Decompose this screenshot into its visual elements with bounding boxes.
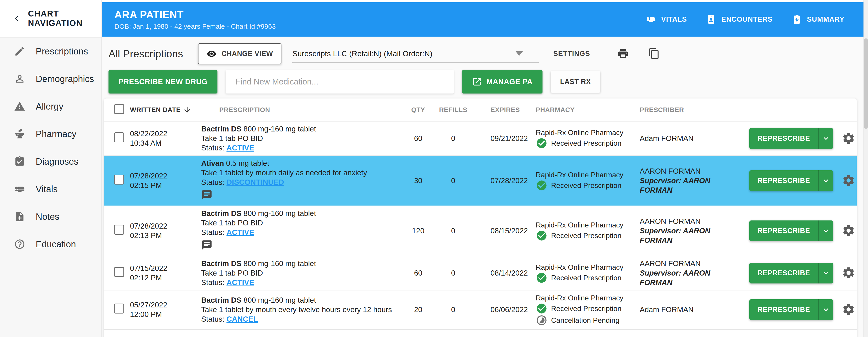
back-chevron-icon[interactable] bbox=[13, 14, 20, 23]
prescriber-name: AARON FORMAN bbox=[640, 259, 745, 268]
row-checkbox[interactable] bbox=[114, 225, 124, 235]
encounters-button[interactable]: ENCOUNTERS bbox=[706, 14, 773, 25]
vitals-button[interactable]: VITALS bbox=[646, 14, 687, 25]
sig-text: Take 1 tab PO BID bbox=[201, 268, 402, 278]
page-title: All Prescriptions bbox=[108, 48, 183, 60]
header-actions: VITALS ENCOUNTERS SUMMARY bbox=[646, 14, 851, 25]
comment-icon[interactable] bbox=[201, 189, 213, 201]
sig-text: Take 1 tablet by mouth daily as needed f… bbox=[201, 168, 402, 177]
pharmacy-filter-value: Surescripts LLC (Retail:N) (Mail Order:N… bbox=[292, 49, 432, 58]
sidebar-item-label: Notes bbox=[36, 212, 59, 222]
prescriber-cell: Adam FORMAN bbox=[640, 134, 745, 143]
settings-button[interactable]: SETTINGS bbox=[553, 50, 590, 58]
change-view-button[interactable]: CHANGE VIEW bbox=[198, 43, 282, 64]
row-checkbox[interactable] bbox=[114, 267, 124, 277]
prescriber-supervisor: Supervisor: AARON FORMAN bbox=[640, 268, 745, 287]
sidebar-item-demographics[interactable]: Demographics bbox=[0, 65, 101, 93]
chart-navigation-sidebar: CHART NAVIGATION Prescriptions Demograph… bbox=[0, 0, 102, 337]
patient-header: ARA PATIENT DOB: Jan 1, 1980 - 42 years … bbox=[102, 2, 864, 37]
qty-value: 60 bbox=[402, 134, 434, 143]
represcribe-label: REPRESCRIBE bbox=[749, 170, 818, 191]
row-checkbox[interactable] bbox=[114, 304, 124, 313]
written-date-cell: 07/15/2022 02:12 PM bbox=[130, 264, 201, 282]
comment-icon[interactable] bbox=[201, 239, 213, 251]
page-scrollbar[interactable] bbox=[864, 0, 868, 337]
pharmacy-filter-select[interactable]: Surescripts LLC (Retail:N) (Mail Order:N… bbox=[292, 45, 539, 63]
open-in-new-icon bbox=[472, 77, 482, 87]
pharmacy-status: Received Prescription bbox=[551, 273, 621, 282]
cancellation-label: Cancellation Pending bbox=[551, 315, 619, 325]
last-rx-button[interactable]: LAST RX bbox=[551, 71, 600, 93]
manage-pa-button[interactable]: MANAGE PA bbox=[462, 70, 542, 94]
represcribe-dropdown[interactable] bbox=[818, 170, 833, 191]
row-settings-button[interactable] bbox=[842, 131, 855, 146]
row-settings-button[interactable] bbox=[842, 303, 855, 317]
sidebar-item-allergy[interactable]: Allergy bbox=[0, 93, 101, 120]
sidebar-item-notes[interactable]: Notes bbox=[0, 203, 101, 230]
column-prescriber: PRESCRIBER bbox=[640, 106, 745, 113]
status-label: Status: bbox=[201, 278, 224, 287]
next-page-button[interactable] bbox=[828, 335, 839, 337]
scrollbar-thumb[interactable] bbox=[864, 38, 868, 129]
status-link[interactable]: CANCEL bbox=[226, 315, 258, 323]
check-circle-icon bbox=[536, 179, 548, 191]
represcribe-dropdown[interactable] bbox=[818, 263, 833, 283]
status-link[interactable]: ACTIVE bbox=[226, 278, 254, 287]
table-row[interactable]: 07/15/2022 02:12 PM Bactrim DS 800 mg-16… bbox=[104, 256, 857, 291]
prescriptions-toolbar: All Prescriptions CHANGE VIEW Surescript… bbox=[108, 43, 857, 64]
medication-actions-bar: PRESCRIBE NEW DRUG MANAGE PA LAST RX bbox=[108, 70, 857, 94]
gear-icon bbox=[842, 131, 855, 145]
represcribe-dropdown[interactable] bbox=[818, 221, 833, 241]
row-checkbox[interactable] bbox=[114, 175, 124, 184]
column-refills: REFILLS bbox=[434, 106, 472, 113]
status-link[interactable]: ACTIVE bbox=[226, 228, 254, 236]
sig-text: Take 1 tablet by mouth every twelve hour… bbox=[201, 305, 402, 314]
sidebar-item-label: Vitals bbox=[36, 184, 58, 194]
sidebar-item-diagnoses[interactable]: Diagnoses bbox=[0, 148, 101, 175]
copy-button[interactable] bbox=[648, 48, 660, 60]
prescriptions-content: All Prescriptions CHANGE VIEW Surescript… bbox=[102, 37, 864, 337]
written-date: 05/27/2022 bbox=[130, 300, 201, 310]
represcribe-split-button[interactable]: REPRESCRIBE bbox=[749, 170, 833, 191]
sig-text: Take 1 tab PO BID bbox=[201, 218, 402, 228]
expires-value: 07/28/2022 bbox=[472, 176, 536, 186]
represcribe-split-button[interactable]: REPRESCRIBE bbox=[749, 263, 833, 283]
print-button[interactable] bbox=[617, 48, 629, 60]
sidebar-item-education[interactable]: Education bbox=[0, 230, 101, 258]
column-written-date[interactable]: WRITTEN DATE bbox=[130, 105, 201, 114]
row-settings-button[interactable] bbox=[842, 266, 855, 280]
represcribe-split-button[interactable]: REPRESCRIBE bbox=[749, 221, 833, 241]
manage-pa-label: MANAGE PA bbox=[487, 77, 532, 86]
find-medication-input[interactable] bbox=[225, 70, 454, 94]
sidebar-item-pharmacy[interactable]: Pharmacy bbox=[0, 120, 101, 148]
represcribe-dropdown[interactable] bbox=[818, 128, 833, 149]
table-row[interactable]: 07/28/2022 02:15 PM Ativan 0.5 mg tablet… bbox=[104, 156, 857, 206]
prescribe-new-drug-button[interactable]: PRESCRIBE NEW DRUG bbox=[108, 70, 217, 94]
represcribe-split-button[interactable]: REPRESCRIBE bbox=[749, 299, 833, 320]
warning-icon bbox=[14, 101, 25, 112]
pharmacy-cell: Rapid-Rx Online Pharmacy Received Prescr… bbox=[536, 263, 640, 284]
table-row[interactable]: 08/22/2022 10:34 AM Bactrim DS 800 mg-16… bbox=[104, 122, 857, 156]
status-label: Status: bbox=[201, 144, 224, 152]
row-settings-button[interactable] bbox=[842, 224, 855, 238]
select-all-checkbox[interactable] bbox=[114, 104, 124, 114]
check-circle-icon bbox=[536, 137, 548, 149]
pharmacy-cell: Rapid-Rx Online Pharmacy Received Prescr… bbox=[536, 170, 640, 191]
status-link[interactable]: DISCONTINUED bbox=[226, 178, 284, 187]
previous-page-button[interactable] bbox=[791, 335, 802, 337]
sidebar-item-vitals[interactable]: Vitals bbox=[0, 175, 101, 203]
status-link[interactable]: ACTIVE bbox=[226, 144, 254, 152]
sidebar-item-prescriptions[interactable]: Prescriptions bbox=[0, 37, 101, 65]
prescriptions-table: WRITTEN DATE PRESCRIPTION QTY REFILLS EX… bbox=[104, 99, 857, 337]
represcribe-dropdown[interactable] bbox=[818, 299, 833, 320]
pharmacy-cell: Rapid-Rx Online Pharmacy Received Prescr… bbox=[536, 128, 640, 149]
drug-name: Bactrim DS bbox=[201, 259, 241, 268]
refills-value: 0 bbox=[434, 305, 472, 314]
row-settings-button[interactable] bbox=[842, 174, 855, 188]
row-checkbox[interactable] bbox=[114, 132, 124, 142]
summary-button[interactable]: SUMMARY bbox=[792, 14, 844, 25]
table-row[interactable]: 07/28/2022 02:13 PM Bactrim DS 800 mg-16… bbox=[104, 206, 857, 256]
printer-icon bbox=[617, 48, 629, 59]
represcribe-split-button[interactable]: REPRESCRIBE bbox=[749, 128, 833, 149]
table-row[interactable]: 05/27/2022 12:00 PM Bactrim DS 800 mg-16… bbox=[104, 291, 857, 329]
